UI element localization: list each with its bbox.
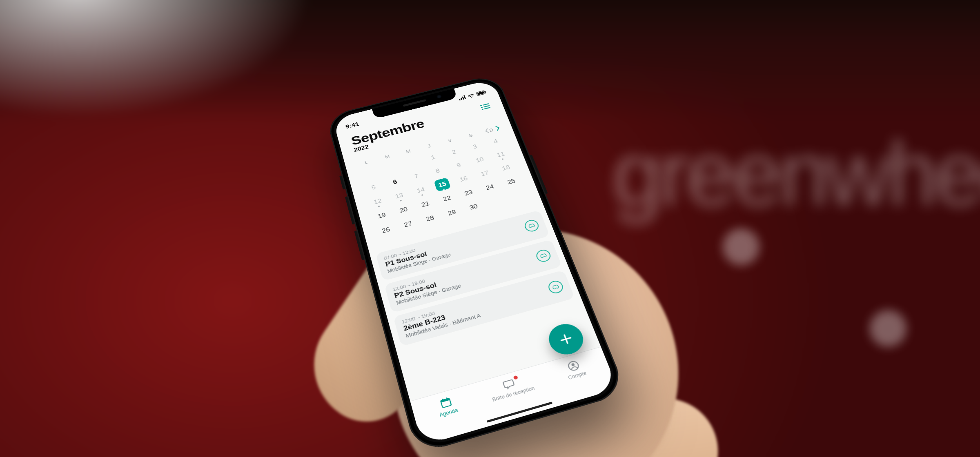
phone-body: 9:41 Septembre 2022 — [325, 73, 627, 455]
tab-label: Agenda — [439, 407, 459, 418]
phone-volume-down — [354, 231, 364, 260]
tab-label: Compte — [567, 370, 587, 381]
phone: 9:41 Septembre 2022 — [325, 73, 627, 455]
account-icon — [566, 359, 581, 373]
tab-label: Boîte de réception — [492, 385, 535, 403]
calendar-icon — [439, 395, 453, 410]
event-title: P2 Sous-sol — [394, 275, 460, 300]
event-time: 12:00 – 19:00 — [392, 270, 457, 292]
svg-point-3 — [480, 105, 482, 106]
svg-rect-8 — [484, 107, 491, 109]
tab-account[interactable]: Compte — [540, 351, 618, 407]
tab-agenda[interactable]: Agenda — [412, 388, 489, 446]
svg-point-7 — [481, 109, 483, 110]
phone-speaker — [403, 99, 426, 107]
svg-rect-10 — [441, 398, 450, 403]
phone-volume-up — [345, 196, 355, 225]
tab-bar: Agenda Boîte de réception Compte — [410, 346, 618, 446]
wifi-icon — [467, 93, 475, 98]
event-subtitle: Mobilidée Siège · Garage — [396, 283, 462, 306]
svg-point-14 — [571, 363, 575, 366]
event-card[interactable]: 12:00 – 19:00P2 Sous-solMobilidée Siège … — [384, 240, 562, 313]
svg-rect-4 — [483, 103, 489, 106]
car-icon — [547, 279, 565, 295]
home-indicator[interactable] — [487, 402, 553, 423]
battery-icon — [476, 90, 487, 96]
car-icon — [535, 248, 552, 264]
svg-point-13 — [567, 360, 580, 371]
svg-rect-9 — [441, 398, 452, 408]
svg-rect-6 — [483, 105, 490, 108]
event-title: P1 Sous-sol — [385, 244, 450, 268]
event-time: 12:00 – 19:00 — [401, 299, 477, 325]
event-subtitle: Mobilidée Siège · Garage — [387, 252, 451, 274]
cellular-icon — [458, 95, 466, 100]
event-subtitle: Mobilidée Valais · Bâtiment A — [405, 313, 482, 339]
svg-point-5 — [481, 107, 483, 109]
add-button[interactable] — [544, 320, 588, 358]
svg-rect-12 — [446, 397, 448, 400]
car-icon — [523, 219, 541, 233]
event-title: 2ème B-223 — [403, 304, 479, 333]
svg-rect-11 — [442, 399, 443, 402]
event-time: 07:00 – 12:00 — [383, 240, 447, 261]
phone-silent-switch — [339, 175, 345, 190]
tab-inbox[interactable]: Boîte de réception — [476, 370, 554, 426]
status-time: 9:41 — [345, 121, 360, 130]
notification-dot-icon — [513, 375, 518, 380]
list-view-toggle[interactable] — [479, 102, 492, 112]
inbox-icon — [502, 377, 519, 391]
phone-front-camera — [437, 95, 442, 99]
event-card[interactable]: 12:00 – 19:002ème B-223Mobilidée Valais … — [393, 270, 575, 346]
phone-screen: 9:41 Septembre 2022 — [332, 79, 618, 446]
